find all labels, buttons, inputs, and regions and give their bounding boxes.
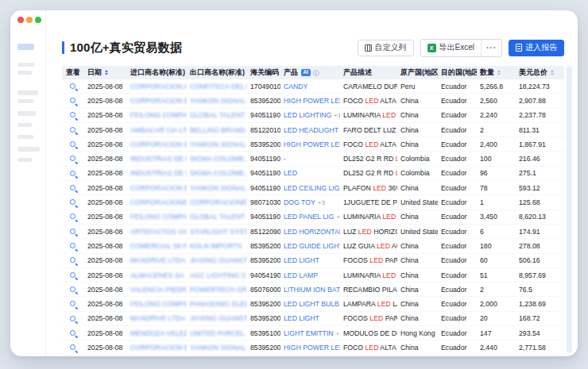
column-header-9[interactable]: 数量 <box>477 66 516 79</box>
exporter-name-blurred[interactable]: AGC LIGHTING C... <box>190 271 247 279</box>
search-icon[interactable] <box>69 155 78 163</box>
importer-name-blurred[interactable]: INDUSTRIAS DE SIS... <box>130 155 187 163</box>
search-icon[interactable] <box>69 125 78 134</box>
column-header-1[interactable]: 日期 <box>84 66 127 79</box>
search-icon[interactable] <box>69 314 78 323</box>
sort-icon[interactable] <box>551 70 554 76</box>
more-options-button[interactable]: ··· <box>481 40 501 56</box>
exporter-name-blurred[interactable]: UNITED PARCEL ... <box>190 329 247 337</box>
sidebar-item-active[interactable] <box>17 44 34 50</box>
exporter-name-blurred[interactable]: YANKON SIGNAL LI... <box>190 140 247 148</box>
importer-name-blurred[interactable]: CORPORACION E... <box>130 140 187 148</box>
sidebar-item-placeholder[interactable] <box>17 111 36 116</box>
exporter-name-blurred[interactable]: BELLING BRAND... <box>190 126 247 134</box>
importer-name-blurred[interactable]: CORPORACION A <box>130 83 187 90</box>
product-link[interactable]: LIGHT EMITTIN <box>284 329 334 337</box>
search-icon[interactable] <box>69 97 78 106</box>
exporter-name-blurred[interactable]: GLOBAL TALENT ... <box>190 111 247 119</box>
search-icon[interactable] <box>69 111 78 120</box>
exporter-name-blurred[interactable]: SIGMA COLOMB... <box>190 169 247 177</box>
search-icon[interactable] <box>69 344 78 352</box>
column-header-10[interactable]: 美元总价 <box>516 66 564 79</box>
sidebar-item-placeholder[interactable] <box>17 99 33 103</box>
importer-name-blurred[interactable]: MAXDRIVE LTDA <box>130 256 185 264</box>
importer-name-blurred[interactable]: CORPORACIONES... <box>130 198 187 206</box>
importer-name-blurred[interactable]: FEILONG COMPANIA ... <box>130 300 187 308</box>
vertical-scrollbar[interactable] <box>567 66 572 353</box>
product-link[interactable]: HIGH POWER LED F <box>284 97 340 105</box>
product-link[interactable]: LED GUIDE LIGHT T <box>284 242 340 250</box>
importer-name-blurred[interactable]: CORPORACION E... <box>130 97 187 105</box>
product-link[interactable]: LITHIUM ION BATTE <box>284 286 340 294</box>
sidebar-item-placeholder[interactable] <box>17 123 32 127</box>
importer-name-blurred[interactable]: ALMACENES SA <box>130 271 184 279</box>
product-link[interactable]: LED HORIZONTAL L <box>284 228 340 236</box>
search-icon[interactable] <box>69 198 78 207</box>
ai-badge[interactable]: AI <box>301 69 311 76</box>
product-link[interactable]: CANDY <box>284 83 308 90</box>
importer-name-blurred[interactable]: FEILONG COMPANIA ... <box>130 213 187 221</box>
search-icon[interactable] <box>69 300 78 309</box>
importer-name-blurred[interactable]: FEILONG COMPANIA ... <box>130 111 187 119</box>
product-link[interactable]: LED HEADLIGHT <box>284 126 338 134</box>
exporter-name-blurred[interactable]: POWERTECH GR... <box>190 286 247 294</box>
search-icon[interactable] <box>69 329 78 337</box>
product-link[interactable]: LED LIGHT BULB <box>284 300 339 308</box>
exporter-name-blurred[interactable]: JIAXING GUANGT... <box>190 256 247 264</box>
search-icon[interactable] <box>69 271 78 279</box>
exporter-name-blurred[interactable]: KOLN IMPORTS <box>190 242 242 250</box>
exporter-name-blurred[interactable]: PANASONIC ELECTRIC... <box>190 300 247 308</box>
product-link[interactable]: HIGH POWER LED F <box>284 344 340 352</box>
export-excel-button[interactable]: X 导出Excel <box>421 40 481 56</box>
product-link[interactable]: LED <box>284 169 297 177</box>
search-icon[interactable] <box>69 169 78 178</box>
importer-name-blurred[interactable]: INDUSTRIAS DE SIS... <box>130 169 187 177</box>
sort-icon[interactable] <box>105 70 108 76</box>
search-icon[interactable] <box>69 183 78 192</box>
enter-report-button[interactable]: 进入报告 <box>509 40 564 56</box>
importer-name-blurred[interactable]: MAXDRIVE LTDA <box>130 314 185 322</box>
exporter-name-blurred[interactable]: GLOBAL TALENT ... <box>190 213 247 221</box>
exporter-name-blurred[interactable]: YANKON SIGNAL LI... <box>190 344 247 352</box>
exporter-name-blurred[interactable]: CONFITECA DEL M... <box>190 83 247 90</box>
product-link[interactable]: LED LIGHT <box>284 314 319 322</box>
column-header-2[interactable]: 进口商名称(标准) <box>127 66 187 79</box>
product-link[interactable]: LED LIGHT <box>284 256 319 264</box>
product-link[interactable]: LED LAMP <box>284 271 318 279</box>
sidebar-item-placeholder[interactable] <box>17 135 33 139</box>
importer-name-blurred[interactable]: AMBACAR CIA LTDA <box>130 126 187 134</box>
importer-name-blurred[interactable]: MENDOZA VELEZ M... <box>130 329 187 337</box>
importer-name-blurred[interactable]: CORPORACION E... <box>130 184 187 192</box>
customize-columns-button[interactable]: 自定义列 <box>358 40 414 56</box>
search-icon[interactable] <box>69 213 78 221</box>
info-circle-icon[interactable]: i <box>313 70 319 76</box>
exporter-name-blurred[interactable]: CORPORACIONES... <box>190 198 247 206</box>
exporter-name-blurred[interactable]: JIAXING GUANGT... <box>190 314 247 322</box>
sidebar-item-placeholder[interactable] <box>17 71 32 75</box>
importer-name-blurred[interactable]: COMERCIAL SKYWI... <box>130 242 187 250</box>
product-link[interactable]: LED PANEL LIG <box>284 213 334 221</box>
exporter-name-blurred[interactable]: STARLIGHT SYST... <box>190 228 247 236</box>
search-icon[interactable] <box>69 227 78 236</box>
column-header-3[interactable]: 出口商名称(标准) <box>187 66 247 79</box>
importer-name-blurred[interactable]: CORPORACION E... <box>130 344 187 352</box>
search-icon[interactable] <box>69 82 78 90</box>
search-icon[interactable] <box>69 140 78 148</box>
search-icon[interactable] <box>69 285 78 294</box>
sidebar-item-placeholder[interactable] <box>17 90 38 95</box>
sidebar-item-placeholder[interactable] <box>17 158 32 162</box>
product-link[interactable]: DOG TOY <box>284 198 315 206</box>
sort-icon[interactable] <box>497 70 501 76</box>
importer-name-blurred[interactable]: ARTEFACTOS VARA... <box>130 228 187 236</box>
product-link[interactable]: LED CEILING LIGHT <box>284 184 340 192</box>
search-icon[interactable] <box>69 256 78 265</box>
exporter-name-blurred[interactable]: YANKON SIGNAL LI... <box>190 97 247 105</box>
sidebar-item-placeholder[interactable] <box>17 63 34 67</box>
search-icon[interactable] <box>69 242 78 251</box>
importer-name-blurred[interactable]: VALENCIA PIEDR... <box>130 286 187 294</box>
exporter-name-blurred[interactable]: YANKON SIGNAL LI... <box>190 184 247 192</box>
exporter-name-blurred[interactable]: SIGMA COLOMB... <box>190 155 247 163</box>
product-link[interactable]: HIGH POWER LED F <box>284 140 340 148</box>
sidebar-item-placeholder[interactable] <box>17 147 40 152</box>
product-link[interactable]: LED LIGHTING <box>284 111 331 119</box>
